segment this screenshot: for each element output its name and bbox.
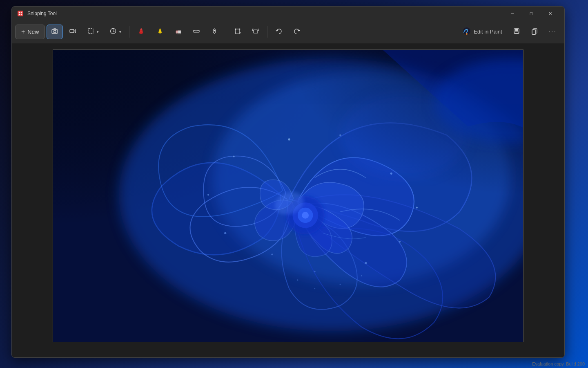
ruler-button[interactable] [188, 25, 205, 39]
svg-rect-25 [254, 30, 258, 33]
undo-button[interactable] [271, 25, 287, 39]
rotate-button[interactable] [247, 25, 264, 39]
more-options-button[interactable]: ··· [544, 25, 561, 39]
new-button[interactable]: + New [15, 25, 45, 39]
crop-icon [234, 27, 241, 36]
delay-button[interactable]: ▾ [105, 25, 126, 39]
separator-1 [129, 26, 129, 38]
selection-icon [87, 27, 94, 36]
screenshot-mode-button[interactable] [47, 25, 63, 39]
redo-button[interactable] [289, 25, 305, 39]
snipping-tool-window: Snipping Tool ─ □ ✕ + New [11, 6, 565, 358]
maximize-icon: □ [530, 11, 533, 16]
screenshot-container [53, 49, 523, 342]
plus-icon: + [21, 28, 25, 36]
save-button[interactable] [508, 25, 525, 39]
svg-point-6 [53, 30, 56, 33]
window-controls: ─ □ ✕ [503, 7, 559, 20]
svg-rect-29 [515, 29, 518, 31]
toolbar: + New [12, 20, 564, 43]
svg-rect-7 [70, 29, 74, 33]
ruler-icon [193, 27, 200, 36]
svg-rect-30 [515, 31, 518, 34]
svg-point-27 [466, 33, 468, 35]
desktop-watermark: Evaluation copy. Build 260 [529, 360, 588, 368]
svg-rect-32 [532, 30, 536, 34]
window-title: Snipping Tool [27, 11, 503, 16]
copy-icon [531, 27, 538, 36]
video-icon [69, 27, 76, 36]
svg-point-22 [239, 29, 241, 30]
redo-icon [293, 27, 301, 36]
delay-dropdown-icon: ▾ [119, 30, 121, 34]
selection-mode-button[interactable]: ▾ [82, 25, 103, 39]
svg-point-24 [239, 33, 241, 34]
statusbar [12, 348, 564, 357]
svg-point-21 [235, 29, 236, 30]
close-button[interactable]: ✕ [541, 7, 559, 20]
titlebar: Snipping Tool ─ □ ✕ [12, 7, 564, 20]
close-icon: ✕ [548, 11, 552, 16]
separator-3 [267, 26, 267, 38]
crop-button[interactable] [229, 25, 246, 39]
video-mode-button[interactable] [65, 25, 81, 39]
minimize-button[interactable]: ─ [503, 7, 522, 20]
camera-icon [51, 27, 58, 36]
content-area [12, 43, 564, 348]
separator-2 [226, 26, 226, 38]
highlighter-icon [156, 27, 164, 36]
svg-rect-8 [88, 29, 93, 34]
svg-rect-11 [178, 31, 181, 33]
svg-point-17 [214, 30, 215, 31]
pen-icon [137, 27, 145, 36]
new-label: New [27, 29, 39, 35]
wallpaper-svg [53, 50, 523, 342]
touch-icon [211, 27, 218, 36]
undo-icon [275, 27, 283, 36]
eraser-icon [175, 27, 182, 36]
screenshot-image [53, 50, 523, 342]
eraser-button[interactable] [170, 25, 187, 39]
edit-in-paint-label: Edit in Paint [474, 29, 502, 35]
touch-button[interactable] [206, 25, 223, 39]
pen-button[interactable] [133, 25, 150, 39]
svg-point-23 [235, 33, 236, 34]
paint-icon [462, 27, 471, 37]
app-icon [17, 10, 24, 17]
svg-rect-18 [236, 29, 240, 33]
maximize-button[interactable]: □ [522, 7, 541, 20]
highlighter-button[interactable] [151, 25, 169, 39]
delay-icon [109, 27, 117, 36]
minimize-icon: ─ [511, 11, 514, 16]
selection-dropdown-icon: ▾ [97, 30, 99, 34]
more-icon: ··· [549, 28, 557, 36]
rotate-icon [252, 27, 259, 36]
copy-button[interactable] [526, 25, 543, 39]
save-icon [513, 27, 520, 36]
edit-in-paint-button[interactable]: Edit in Paint [458, 25, 506, 39]
